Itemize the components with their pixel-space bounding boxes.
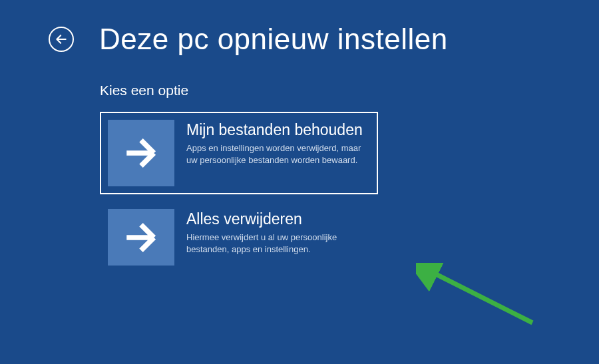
option-description: Apps en instellingen worden verwijderd, … bbox=[186, 142, 370, 166]
svg-line-1 bbox=[429, 271, 532, 323]
subtitle: Kies een optie bbox=[100, 83, 599, 98]
annotation-arrow-icon bbox=[416, 263, 549, 336]
arrow-left-icon bbox=[55, 33, 68, 46]
option-title: Mijn bestanden behouden bbox=[186, 121, 370, 138]
option-text: Mijn bestanden behouden Apps en instelli… bbox=[186, 120, 370, 166]
option-description: Hiermee verwijdert u al uw persoonlijke … bbox=[186, 232, 370, 255]
page-title: Deze pc opnieuw instellen bbox=[99, 23, 448, 56]
option-title: Alles verwijderen bbox=[186, 210, 370, 228]
header: Deze pc opnieuw instellen bbox=[0, 0, 599, 56]
arrow-right-icon bbox=[108, 120, 174, 186]
options-list: Mijn bestanden behouden Apps en instelli… bbox=[100, 112, 599, 273]
arrow-right-icon bbox=[108, 209, 174, 266]
option-remove-everything[interactable]: Alles verwijderen Hiermee verwijdert u a… bbox=[100, 201, 378, 273]
option-text: Alles verwijderen Hiermee verwijdert u a… bbox=[186, 209, 370, 256]
back-button[interactable] bbox=[49, 27, 74, 52]
option-keep-files[interactable]: Mijn bestanden behouden Apps en instelli… bbox=[100, 112, 378, 194]
